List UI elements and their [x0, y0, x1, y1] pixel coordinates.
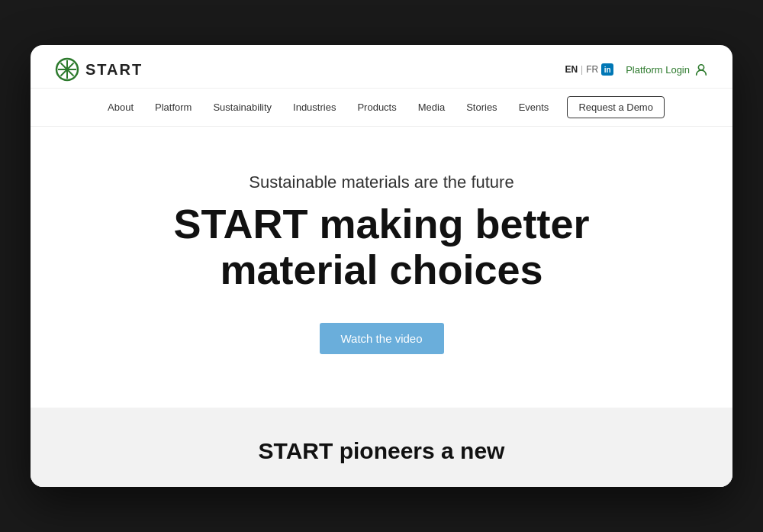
hero-title-line1: START making better — [173, 201, 589, 247]
nav-platform[interactable]: Platform — [146, 97, 201, 118]
linkedin-icon[interactable]: in — [601, 63, 613, 76]
lang-fr[interactable]: FR — [586, 64, 598, 75]
top-right-area: EN | FR in Platform Login — [565, 63, 708, 76]
nav-stories[interactable]: Stories — [457, 97, 506, 118]
user-icon — [694, 63, 708, 76]
language-switcher[interactable]: EN | FR in — [565, 63, 613, 76]
nav-industries[interactable]: Industries — [284, 97, 345, 118]
bottom-section: START pioneers a new — [31, 408, 732, 487]
svg-point-5 — [698, 65, 703, 70]
nav-products[interactable]: Products — [348, 97, 405, 118]
hero-subtitle: Sustainable materials are the future — [55, 172, 708, 192]
hero-title-line2: material choices — [220, 247, 542, 292]
pioneers-heading: START pioneers a new — [55, 438, 708, 464]
top-bar: START EN | FR in Platform Login — [31, 45, 732, 89]
watch-video-button[interactable]: Watch the video — [320, 323, 444, 354]
lang-divider: | — [581, 64, 583, 75]
nav-about[interactable]: About — [98, 97, 143, 118]
lang-en[interactable]: EN — [565, 64, 578, 75]
logo-icon — [55, 57, 79, 82]
hero-title: START making better material choices — [55, 202, 708, 292]
nav-sustainability[interactable]: Sustainability — [204, 97, 281, 118]
platform-login-label: Platform Login — [626, 64, 690, 76]
nav-media[interactable]: Media — [409, 97, 454, 118]
browser-window: START EN | FR in Platform Login About Pl… — [31, 45, 732, 487]
platform-login-button[interactable]: Platform Login — [626, 63, 708, 76]
logo-text: START — [85, 61, 143, 79]
hero-section: Sustainable materials are the future STA… — [31, 127, 732, 408]
logo-area: START — [55, 57, 143, 82]
nav-events[interactable]: Events — [510, 97, 559, 118]
navigation-bar: About Platform Sustainability Industries… — [31, 89, 732, 127]
request-demo-button[interactable]: Request a Demo — [567, 96, 665, 118]
